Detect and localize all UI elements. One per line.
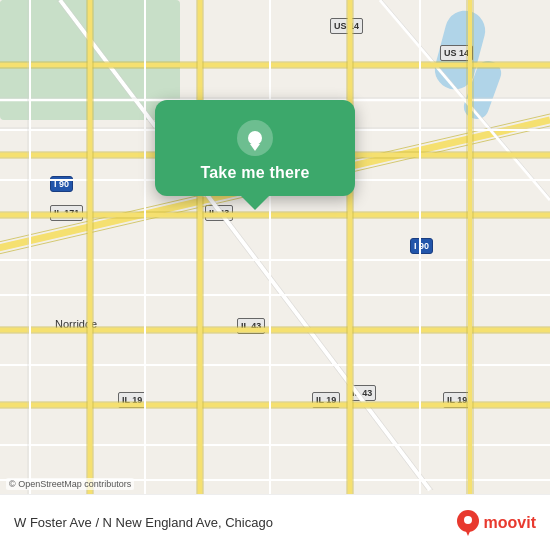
svg-line-5 (57, 0, 427, 490)
attribution-text: © OpenStreetMap contributors (6, 478, 134, 490)
moovit-pin-icon (457, 510, 479, 536)
moovit-text: moovit (484, 514, 536, 532)
pin-icon (237, 120, 273, 156)
popup-label[interactable]: Take me there (200, 164, 309, 182)
popup-card[interactable]: Take me there (155, 100, 355, 196)
moovit-logo: moovit (457, 510, 536, 536)
map-container: US 14 US 14 IL 43 IL 43 IL 43 IL 171 IL … (0, 0, 550, 550)
road-network (0, 0, 550, 550)
location-label: W Foster Ave / N New England Ave, Chicag… (14, 515, 273, 530)
svg-point-51 (464, 516, 472, 524)
svg-line-3 (60, 0, 430, 490)
svg-line-4 (63, 0, 433, 490)
bottom-bar: W Foster Ave / N New England Ave, Chicag… (0, 494, 550, 550)
pin-dot (248, 131, 262, 145)
